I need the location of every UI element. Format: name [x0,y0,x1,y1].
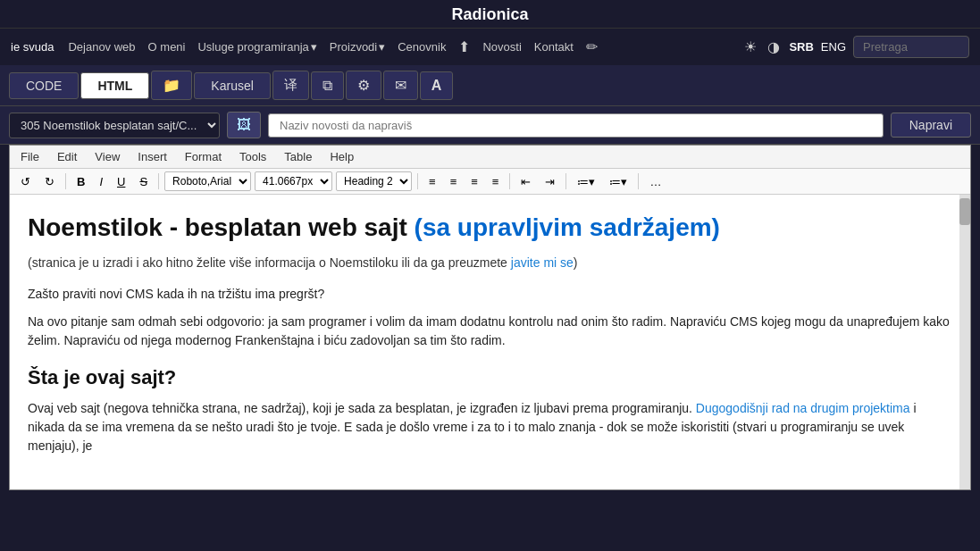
menu-help[interactable]: Help [326,148,357,165]
settings-icon-btn[interactable]: ⚙ [346,71,381,100]
strike-btn[interactable]: S [134,172,153,191]
italic-btn[interactable]: I [94,172,108,191]
page-dropdown[interactable]: 305 Noemstilok besplatan sajt/C... [9,113,220,138]
subtitle-paragraph: (stranica je u izradi i ako hitno želite… [28,254,952,272]
h1-sub: (sa upravljvim sadržajem) [415,213,720,241]
divider-1 [65,173,66,189]
font-size-select[interactable]: 41.0667px [255,171,332,191]
paragraph-1: Zašto praviti novi CMS kada ih na tržišt… [28,285,952,304]
translate-icon-btn[interactable]: 译 [272,71,309,100]
menu-file[interactable]: File [17,148,43,165]
menu-view[interactable]: View [91,148,123,165]
divider-6 [638,173,639,189]
subtitle-end: ) [574,255,578,270]
align-center-btn[interactable]: ≡ [445,172,463,191]
scrollbar[interactable] [959,195,970,489]
font-icon-btn[interactable]: A [420,71,454,100]
align-justify-btn[interactable]: ≡ [487,172,505,191]
undo-btn[interactable]: ↺ [15,172,36,191]
nav-kontakt[interactable]: Kontakt [531,38,577,55]
menu-tools[interactable]: Tools [236,148,270,165]
contrast-icon[interactable]: ◑ [766,37,782,57]
folder-icon-btn[interactable]: 📁 [151,71,192,100]
menu-format[interactable]: Format [181,148,225,165]
news-title-input[interactable] [268,113,884,138]
subtitle-link[interactable]: javite mi se [511,255,574,270]
align-left-btn[interactable]: ≡ [423,172,441,191]
indent-left-btn[interactable]: ⇤ [515,172,536,191]
list-unordered-btn[interactable]: ≔▾ [604,172,632,191]
divider-3 [417,173,418,189]
nav-upload-icon[interactable]: ⬆ [455,37,473,57]
nav-bar: ie svuda Dejanov web O meni Usluge progr… [0,29,980,65]
copy-icon-btn[interactable]: ⧉ [311,71,344,100]
nav-usluge[interactable]: Usluge programiranja ▾ [194,38,320,55]
more-btn[interactable]: … [644,172,666,191]
divider-4 [509,173,510,189]
nav-lang-srb[interactable]: SRB [789,40,813,54]
second-row: 305 Noemstilok besplatan sajt/C... 🖼 Nap… [0,106,980,145]
nav-right: ☀ ◑ SRB ENG [742,36,969,58]
nav-edit-icon[interactable]: ✏ [582,37,601,57]
indent-right-btn[interactable]: ⇥ [540,172,560,191]
bold-btn[interactable]: B [71,172,90,191]
napravi-button[interactable]: Napravi [891,113,971,138]
paragraph-3: Ovaj veb sajt (negova tehnička strana, n… [28,399,952,455]
brightness-icon[interactable]: ☀ [742,37,758,57]
nav-novosti[interactable]: Novosti [479,38,524,55]
nav-dejanov-web[interactable]: Dejanov web [64,38,138,55]
paragraph-2: Na ovo pitanje sam odmah sebi odgovorio:… [28,313,952,350]
format-bar: ↺ ↻ B I U S Roboto,Arial 41.0667px Headi… [10,169,970,195]
nav-ie-svuda: ie svuda [11,40,54,54]
font-family-select[interactable]: Roboto,Arial [164,171,251,191]
editor-content[interactable]: Noemstilok - besplatan web sajt (sa upra… [10,195,970,489]
nav-cenovnik[interactable]: Cenovnik [394,38,449,55]
window-title: Radionica [451,5,528,24]
divider-2 [158,173,159,189]
editor-container: File Edit View Insert Format Tools Table… [9,145,971,490]
redo-btn[interactable]: ↻ [39,172,60,191]
subtitle-text: (stranica je u izradi i ako hitno želite… [28,255,511,270]
align-right-btn[interactable]: ≡ [465,172,483,191]
search-input[interactable] [853,36,969,58]
menu-bar: File Edit View Insert Format Tools Table… [10,146,970,169]
menu-insert[interactable]: Insert [134,148,171,165]
menu-edit[interactable]: Edit [54,148,80,165]
nav-o-meni[interactable]: O meni [145,38,189,55]
p3-link[interactable]: Dugogodišnji rad na drugim projektima [696,401,910,415]
code-tab[interactable]: CODE [9,72,79,99]
divider-5 [565,173,566,189]
menu-table[interactable]: Table [281,148,315,165]
nav-proizvodi[interactable]: Proizvodi ▾ [326,38,389,55]
list-ordered-btn[interactable]: ≔▾ [572,172,600,191]
p3-start: Ovaj veb sajt (negova tehnička strana, n… [28,401,696,415]
content-h2: Šta je ovaj sajt? [28,363,952,392]
h1-main: Noemstilok - besplatan web sajt [28,213,407,241]
karusel-tab[interactable]: Karusel [194,72,270,99]
scrollbar-thumb[interactable] [959,198,970,225]
top-bar: Radionica [0,0,980,29]
image-icon-btn[interactable]: 🖼 [227,112,261,138]
underline-btn[interactable]: U [112,172,130,191]
html-tab[interactable]: HTML [80,72,149,99]
mail-icon-btn[interactable]: ✉ [383,71,418,100]
toolbar: CODE HTML 📁 Karusel 译 ⧉ ⚙ ✉ A [0,65,980,106]
nav-lang-eng[interactable]: ENG [821,40,846,54]
content-heading: Noemstilok - besplatan web sajt (sa upra… [28,209,952,246]
heading-select[interactable]: Heading 2 [336,171,412,191]
